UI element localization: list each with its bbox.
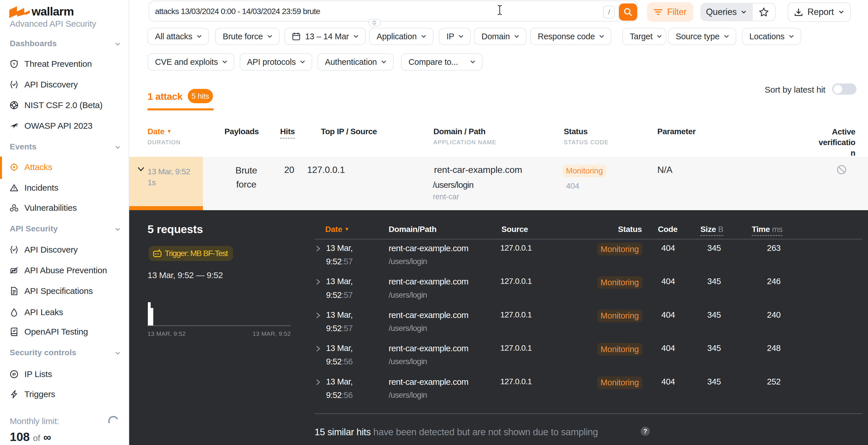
- svg-text:IP: IP: [12, 372, 16, 376]
